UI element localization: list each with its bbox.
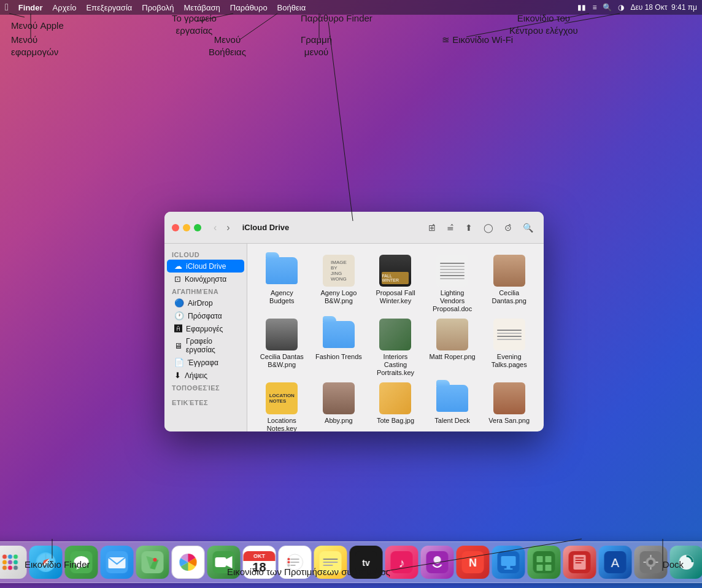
annotation-apple-menu: Μενού Apple xyxy=(11,20,64,32)
svg-point-48 xyxy=(288,558,290,560)
group-button[interactable]: ≡̂ xyxy=(444,221,457,234)
shared-icon: ⊡ xyxy=(174,274,181,284)
annotation-wifi: ≊ Εικονίδιο Wi-Fi xyxy=(442,34,513,46)
menu-edit[interactable]: Επεξεργασία xyxy=(86,3,132,12)
svg-rect-71 xyxy=(546,565,552,571)
action-button[interactable]: ⊙̂ xyxy=(501,221,515,234)
finder-file-grid: Agency Budgets IMAGEBYJINGWONG Ageny Log… xyxy=(247,244,544,431)
file-name-cecilia: Cecilia Dantas.png xyxy=(485,289,534,305)
dock-app-maps[interactable] xyxy=(136,546,169,579)
icloud-drive-icon: ☁ xyxy=(174,261,182,271)
folder-icon-fashion xyxy=(323,319,355,350)
svg-point-81 xyxy=(649,560,654,565)
file-name-abby: Abby.png xyxy=(325,417,353,425)
svg-rect-65 xyxy=(507,566,511,568)
dock-app-photos[interactable] xyxy=(172,546,205,579)
svg-rect-52 xyxy=(323,559,338,560)
dock-app-pages[interactable] xyxy=(563,546,596,579)
file-item-proposal[interactable]: FALL WINTER Proposal Fall Winter.key xyxy=(368,251,423,312)
file-name-matt-roper: Matt Roper.png xyxy=(429,353,475,361)
sidebar-item-icloud-drive[interactable]: ☁ iCloud Drive xyxy=(167,260,244,273)
dock-app-appstore[interactable]: A xyxy=(599,546,632,579)
annotation-control-center: Εικονίδιο τουΚέντρου ελέγχου xyxy=(509,12,578,36)
sidebar-item-airdrop[interactable]: 🔵 AirDrop xyxy=(167,296,244,309)
dock-app-podcasts[interactable] xyxy=(421,546,454,579)
file-item-vera[interactable]: Vera San.png xyxy=(482,379,536,431)
sidebar-item-apps[interactable]: 🅰 Εφαρμογές xyxy=(167,322,244,335)
sidebar-item-downloads[interactable]: ⬇ Λήψεις xyxy=(167,369,244,382)
thumb-cecilia-bw xyxy=(266,319,298,350)
svg-rect-66 xyxy=(504,568,513,570)
tag-button[interactable]: ◯ xyxy=(480,221,496,234)
minimize-button[interactable] xyxy=(183,224,190,231)
file-item-ageny-logo[interactable]: IMAGEBYJINGWONG Ageny Logo B&W.png xyxy=(312,251,366,312)
folder-icon-talent xyxy=(436,382,468,414)
svg-rect-69 xyxy=(546,556,552,562)
menu-help[interactable]: Βοήθεια xyxy=(277,3,306,12)
control-center-icon[interactable]: ◑ xyxy=(618,3,624,12)
file-name-evening: Evening Talks.pages xyxy=(485,353,534,369)
menu-file[interactable]: Αρχείο xyxy=(53,3,77,12)
menu-view[interactable]: Προβολή xyxy=(142,3,174,12)
svg-rect-53 xyxy=(323,562,338,563)
app-name[interactable]: Finder xyxy=(18,3,43,12)
sidebar-item-recents[interactable]: 🕐 Πρόσφατα xyxy=(167,309,244,322)
zoom-button[interactable] xyxy=(194,224,201,231)
file-item-tote-bag[interactable]: Tote Bag.jpg xyxy=(368,379,423,431)
menu-go[interactable]: Μετάβαση xyxy=(183,3,220,12)
file-item-cecilia-bw[interactable]: Cecilia Dantas B&W.png xyxy=(255,315,309,376)
svg-rect-70 xyxy=(537,565,543,571)
svg-point-18 xyxy=(8,555,12,559)
menu-window[interactable]: Παράθυρο xyxy=(230,3,268,12)
file-item-interiors[interactable]: Interiors Casting Portraits.key xyxy=(368,315,423,376)
sidebar-item-documents[interactable]: 📄 Έγγραφα xyxy=(167,356,244,369)
share-button[interactable]: ⬆ xyxy=(462,221,476,234)
file-item-agency-budgets[interactable]: Agency Budgets xyxy=(255,251,309,312)
file-item-fashion-trends[interactable]: Fashion Trends xyxy=(312,315,366,376)
folder-icon-agency xyxy=(266,255,298,287)
apple-menu-icon[interactable]:  xyxy=(5,2,9,13)
date-display: Δευ 18 Οκτ 9:41 πμ xyxy=(630,3,697,12)
search-icon[interactable]: 🔍 xyxy=(603,3,612,12)
annotation-workspace: Το γραφείοεργασίας xyxy=(172,12,217,36)
search-button[interactable]: 🔍 xyxy=(520,221,536,234)
file-name-cecilia-bw: Cecilia Dantas B&W.png xyxy=(257,353,306,369)
sidebar-item-desktop[interactable]: 🖥 Γραφείο εργασίας xyxy=(167,335,244,356)
dock-app-keynote[interactable] xyxy=(492,546,525,579)
sidebar-item-shared[interactable]: ⊡ Κοινόχρηστα xyxy=(167,273,244,285)
close-button[interactable] xyxy=(172,224,179,231)
sidebar-shared-label: Κοινόχρηστα xyxy=(185,275,226,284)
svg-rect-42 xyxy=(215,557,226,567)
file-item-evening[interactable]: Evening Talks.pages xyxy=(482,315,536,376)
file-item-talent-deck[interactable]: Talent Deck xyxy=(425,379,480,431)
view-icon-button[interactable]: ⊞̂ xyxy=(425,221,439,234)
dock-app-mail[interactable] xyxy=(101,546,134,579)
file-item-cecilia[interactable]: Cecilia Dantas.png xyxy=(482,251,536,312)
thumb-abby xyxy=(323,382,355,414)
back-button[interactable]: ‹ xyxy=(211,221,219,234)
locations-section-label: Τοποθεσίες xyxy=(164,382,247,393)
svg-point-49 xyxy=(288,561,290,563)
wifi-icon[interactable]: ≡ xyxy=(592,3,596,12)
file-item-abby[interactable]: Abby.png xyxy=(312,379,366,431)
file-item-lighting[interactable]: Lighting Vendors Proposal.doc xyxy=(425,251,480,312)
annotation-app-menu: Μενούεφαρμογών xyxy=(11,34,58,58)
forward-button[interactable]: › xyxy=(224,221,232,234)
svg-text:♪: ♪ xyxy=(399,556,405,570)
dock-app-news[interactable]: N xyxy=(457,546,490,579)
svg-rect-74 xyxy=(576,557,584,559)
airdrop-icon: 🔵 xyxy=(174,298,184,308)
file-name-proposal: Proposal Fall Winter.key xyxy=(371,289,420,305)
file-item-locations[interactable]: LOCATIONNOTES Locations Notes.key xyxy=(255,379,309,431)
file-item-matt-roper[interactable]: Matt Roper.png xyxy=(425,315,480,376)
favorites-section-label: Αγαπημένα xyxy=(164,285,247,296)
menubar-left:  Finder Αρχείο Επεξεργασία Προβολή Μετά… xyxy=(5,2,306,13)
file-name-fashion: Fashion Trends xyxy=(315,353,362,361)
sidebar-desktop-label: Γραφείο εργασίας xyxy=(186,337,237,354)
file-name-ageny: Ageny Logo B&W.png xyxy=(314,289,363,305)
sidebar-apps-label: Εφαρμογές xyxy=(186,325,223,333)
svg-text:N: N xyxy=(469,557,477,569)
dock-app-numbers[interactable] xyxy=(528,546,561,579)
dock-app-launchpad[interactable] xyxy=(0,546,27,579)
annotation-finder-icon-label: Εικονίδιο Finder xyxy=(25,559,90,570)
